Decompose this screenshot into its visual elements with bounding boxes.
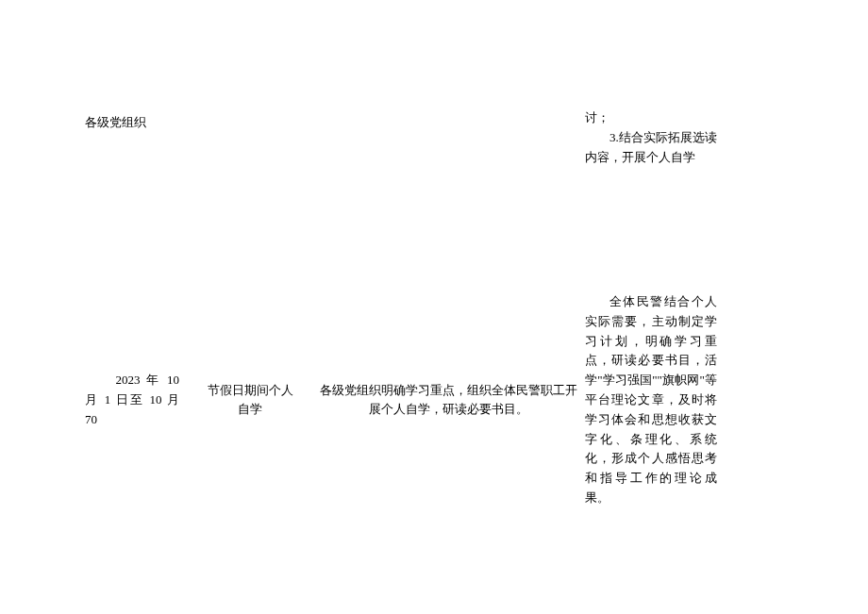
top-right-section: 讨； 3.结合实际拓展选读内容，开展个人自学 xyxy=(585,108,717,167)
top-right-line2: 3.结合实际拓展选读内容，开展个人自学 xyxy=(585,128,717,168)
content-row: 2023 年 10 月 1 日至 10 月 70 节假日期间个人自学 各级党组织… xyxy=(85,292,811,508)
page-header: 各级党组织 xyxy=(85,113,146,133)
date-column: 2023 年 10 月 1 日至 10 月 70 xyxy=(85,371,179,429)
content-column: 各级党组织明确学习重点，组织全体民警职工开展个人自学，研读必要书目。 xyxy=(316,381,580,421)
detail-column: 全体民警结合个人实际需要，主动制定学习计划，明确学习重点，研读必要书目，活学"学… xyxy=(585,292,717,508)
period-column: 节假日期间个人自学 xyxy=(203,381,297,421)
top-right-line1: 讨； xyxy=(585,108,717,128)
header-title: 各级党组织 xyxy=(85,115,146,129)
